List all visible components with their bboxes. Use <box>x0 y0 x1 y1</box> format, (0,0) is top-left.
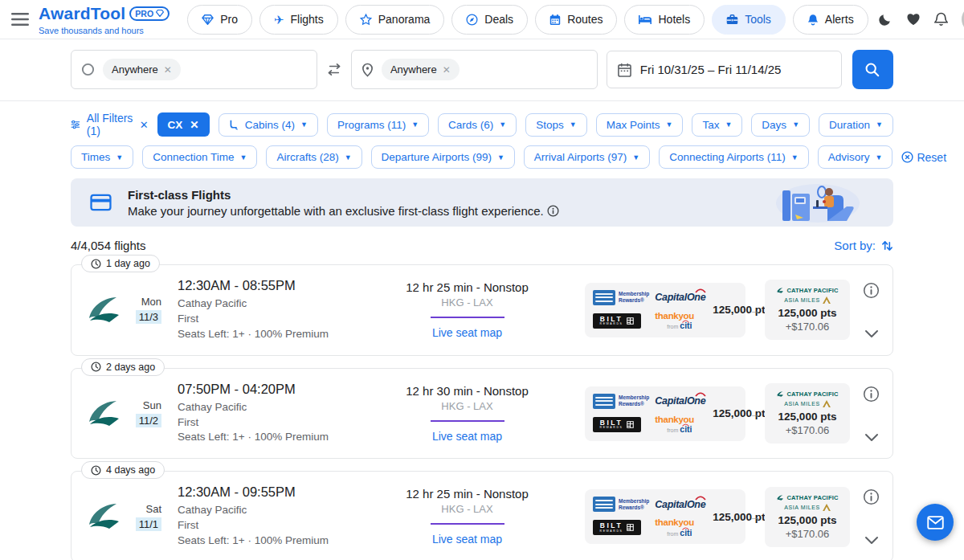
nav-pro[interactable]: Pro <box>187 5 252 35</box>
citi-logo: citi <box>680 321 692 330</box>
taxes-fees: +$170.06 <box>771 424 844 436</box>
date-range-input[interactable]: Fri 10/31/25 – Fri 11/14/25 <box>607 51 842 88</box>
airline-name: Cathay Pacific <box>178 503 349 518</box>
departure-day: Mon 11/3 <box>128 296 161 324</box>
departure-day: Sun 11/2 <box>128 399 161 427</box>
filter-duration[interactable]: Duration▼ <box>819 113 893 137</box>
nav-alerts[interactable]: Alerts <box>793 5 868 35</box>
cathay-pacific-logo <box>84 500 126 533</box>
origin-input[interactable]: Anywhere ✕ <box>71 50 317 89</box>
live-seat-map-link[interactable]: Live seat map <box>432 533 502 546</box>
expand-chevron-icon[interactable] <box>864 433 879 442</box>
first-class-banner[interactable]: First-class Flights Make your journey un… <box>71 178 893 227</box>
filter-departure-airports[interactable]: Departure Airports (99)▼ <box>371 145 515 169</box>
origin-circle-icon <box>81 63 95 76</box>
clear-all-filters-icon[interactable]: ✕ <box>140 119 149 131</box>
nav-tools[interactable]: Tools <box>712 5 786 35</box>
gem-icon <box>156 10 164 17</box>
program-airline-name: CATHAY PACIFIC <box>786 494 838 501</box>
user-avatar[interactable]: A <box>962 6 964 33</box>
favorites-heart-icon[interactable] <box>906 13 921 26</box>
cathay-wing-icon <box>776 494 784 501</box>
airline-name: Cathay Pacific <box>178 296 349 312</box>
flight-info-icon[interactable] <box>863 488 880 505</box>
chevron-down-icon: ▼ <box>497 153 504 161</box>
destination-chip[interactable]: Anywhere ✕ <box>382 59 460 80</box>
info-icon[interactable] <box>547 205 559 217</box>
citi-logo: citi <box>680 425 692 434</box>
seat-icon <box>229 120 239 130</box>
card-actions <box>863 282 880 338</box>
route-line <box>431 523 504 525</box>
destination-input[interactable]: Anywhere ✕ <box>351 50 598 89</box>
hamburger-menu-icon[interactable] <box>11 12 29 27</box>
filter-stops[interactable]: Stops▼ <box>525 113 586 137</box>
airline-filter-chip[interactable]: CX ✕ <box>157 112 210 137</box>
filter-connection-time[interactable]: Connection Time▼ <box>142 145 257 169</box>
live-seat-map-link[interactable]: Live seat map <box>432 326 502 339</box>
program-airline-name: CATHAY PACIFIC <box>786 287 838 294</box>
logo[interactable]: AwardTool PRO Save thousands and hours <box>39 4 170 35</box>
remove-origin-icon[interactable]: ✕ <box>164 64 172 76</box>
route-airports: HKG - LAX <box>349 296 585 309</box>
duration-stops: 12 hr 30 min - Nonstop <box>349 384 585 398</box>
filter-cards[interactable]: Cards (6)▼ <box>438 113 517 137</box>
swap-airports-icon[interactable] <box>326 63 342 76</box>
search-button[interactable] <box>852 50 893 89</box>
first-class-illustration <box>771 181 861 224</box>
live-seat-map-link[interactable]: Live seat map <box>432 430 502 443</box>
filter-aircrafts[interactable]: Aircrafts (28)▼ <box>266 145 362 169</box>
chevron-down-icon: ▼ <box>876 153 883 161</box>
filter-programs[interactable]: Programs (11)▼ <box>327 113 429 137</box>
origin-chip[interactable]: Anywhere ✕ <box>103 59 181 80</box>
capital-one-logo: CapitalOne <box>655 499 705 510</box>
filter-times[interactable]: Times▼ <box>71 145 133 169</box>
amex-membership-rewards-logo: MembershipRewards® <box>593 290 649 305</box>
program-points-value: 125,000 pts <box>771 411 844 423</box>
bilt-grid-icon <box>627 317 634 325</box>
search-icon <box>864 62 880 78</box>
remove-airline-filter-icon[interactable]: ✕ <box>190 118 198 131</box>
main-nav: Pro ✈ Flights Panorama Deals Routes <box>187 5 868 35</box>
filter-advisory[interactable]: Advisory▼ <box>818 145 893 169</box>
header-actions: A <box>878 6 964 33</box>
remove-destination-icon[interactable]: ✕ <box>443 64 451 76</box>
filter-tax[interactable]: Tax▼ <box>692 113 742 137</box>
citi-arc-icon <box>682 320 689 323</box>
route-info: 12 hr 25 min - Nonstop HKG - LAX Live se… <box>349 487 585 546</box>
program-name: ASIA MILES <box>784 401 820 407</box>
cathay-wing-icon <box>776 390 784 398</box>
nav-panorama[interactable]: Panorama <box>345 5 445 35</box>
flight-card[interactable]: 2 days ago Sun 11/2 07:50PM - 04:20PM Ca… <box>71 368 893 460</box>
notifications-bell-icon[interactable] <box>934 12 948 27</box>
nav-routes[interactable]: Routes <box>535 5 617 35</box>
filter-cabins[interactable]: Cabins (4)▼ <box>219 113 318 137</box>
seats-left: Seats Left: 1+ · 100% Premium <box>178 430 349 445</box>
filter-connecting-airports[interactable]: Connecting Airports (11)▼ <box>659 145 809 169</box>
nav-hotels[interactable]: Hotels <box>624 5 705 35</box>
nav-flights[interactable]: ✈ Flights <box>259 5 338 35</box>
reset-filters-button[interactable]: Reset <box>901 151 946 164</box>
chevron-down-icon: ▼ <box>632 153 639 161</box>
chevron-down-icon: ▼ <box>300 121 308 129</box>
expand-chevron-icon[interactable] <box>864 329 879 338</box>
flight-card[interactable]: 4 days ago Sat 11/1 12:30AM - 09:55PM Ca… <box>71 471 893 560</box>
filter-days[interactable]: Days▼ <box>751 113 810 137</box>
expand-chevron-icon[interactable] <box>864 536 879 545</box>
dark-mode-moon-icon[interactable] <box>878 12 893 27</box>
asia-miles-icon <box>823 296 831 304</box>
card-icon <box>90 194 112 211</box>
flight-info-icon[interactable] <box>863 282 880 299</box>
flight-card[interactable]: 1 day ago Mon 11/3 12:30AM - 08:55PM Cat… <box>71 264 893 356</box>
chat-support-button[interactable] <box>917 504 954 541</box>
filter-arrival-airports[interactable]: Arrival Airports (97)▼ <box>524 145 650 169</box>
all-filters-button[interactable]: All Filters (1) ✕ <box>71 112 149 137</box>
taxes-fees: +$170.06 <box>771 528 844 540</box>
filter-max-points[interactable]: Max Points▼ <box>596 113 684 137</box>
card-points-value: 125,000 pts <box>713 407 771 419</box>
day-of-week: Mon <box>128 296 161 308</box>
flight-info-icon[interactable] <box>863 386 880 403</box>
flights-count: 4/4,054 flights <box>71 239 145 252</box>
nav-deals[interactable]: Deals <box>451 5 528 35</box>
sort-by-button[interactable]: Sort by: <box>834 239 893 252</box>
